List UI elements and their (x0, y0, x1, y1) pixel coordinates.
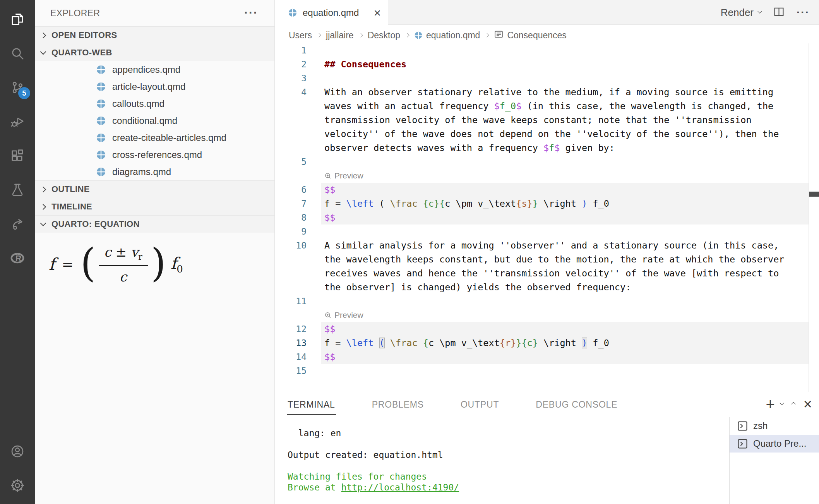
chevron-down-icon (40, 220, 46, 226)
line-number: 2 (275, 57, 321, 71)
line-number: 9 (275, 225, 321, 238)
file-label: conditional.qmd (112, 115, 177, 126)
split-editor-icon[interactable] (773, 6, 785, 19)
terminal-session-quarto-pre-[interactable]: Quarto Pre... (730, 435, 819, 453)
line-content (321, 225, 809, 238)
line-content (321, 155, 809, 169)
account-icon[interactable] (0, 434, 35, 468)
code-line: 12$$ (275, 322, 819, 336)
file-item-article-layout-qmd[interactable]: article-layout.qmd (35, 78, 274, 95)
terminal-line: Watching files for changes (288, 471, 459, 482)
settings-icon[interactable] (0, 468, 35, 502)
line-number (275, 266, 321, 280)
quarto-file-icon (96, 133, 106, 143)
line-content: f = \left ( \frac {c \pm v_\text{r}}{c} … (321, 336, 809, 350)
file-label: callouts.qmd (112, 98, 164, 109)
render-button[interactable]: Render (721, 7, 761, 19)
preview-codelens[interactable]: Preview (324, 169, 363, 183)
terminal-dropdown-icon[interactable] (780, 401, 784, 405)
breadcrumb-equation-qmd[interactable]: equation.qmd (414, 30, 480, 41)
tab-equation-qmd[interactable]: equation.qmd × (275, 0, 388, 25)
terminal-link[interactable]: http://localhost:4190/ (341, 482, 459, 492)
line-number (275, 252, 321, 266)
codelens-row: Preview (275, 308, 819, 322)
terminal-prompt-icon (737, 421, 748, 431)
code-line: 4With an observer stationary relative to… (275, 85, 819, 99)
panel-tab-terminal[interactable]: TERMINAL (288, 399, 335, 410)
line-content (321, 294, 809, 308)
files-icon[interactable] (0, 2, 35, 36)
panel-tab-output[interactable]: OUTPUT (461, 399, 499, 410)
line-number (275, 141, 321, 155)
breadcrumb-users[interactable]: Users (289, 30, 312, 41)
line-content: With an observer stationary relative to … (321, 85, 809, 99)
line-number (275, 280, 321, 294)
breadcrumb-label: jjallaire (326, 30, 354, 41)
terminal-session-zsh[interactable]: zsh (730, 417, 819, 435)
sidebar-more-actions-icon[interactable]: ··· (244, 6, 258, 19)
symbol-icon (494, 29, 504, 41)
breadcrumb-consequences[interactable]: Consequences (494, 29, 566, 41)
code-line: 15 (275, 364, 819, 378)
file-label: appendices.qmd (112, 64, 180, 75)
quarto-preview-icon[interactable] (0, 207, 35, 241)
file-item-conditional-qmd[interactable]: conditional.qmd (35, 112, 274, 129)
new-terminal-icon[interactable]: + (766, 396, 774, 412)
line-content: receives waves and hence the ''transmiss… (321, 266, 809, 280)
run-debug-icon[interactable] (0, 105, 35, 139)
breadcrumb-desktop[interactable]: Desktop (368, 30, 400, 41)
line-number: 4 (275, 85, 321, 99)
panel-tab-debug-console[interactable]: DEBUG CONSOLE (536, 399, 617, 410)
panel-tab-problems[interactable]: PROBLEMS (372, 399, 424, 410)
r-lang-icon[interactable]: R (0, 241, 35, 275)
panel-tab-bar: TERMINALPROBLEMSOUTPUTDEBUG CONSOLE (288, 392, 617, 417)
line-content (321, 71, 809, 85)
line-content: transmission velocity of the wave keeps … (321, 113, 809, 127)
file-item-cross-references-qmd[interactable]: cross-references.qmd (35, 146, 274, 163)
source-control-icon[interactable]: 5 (0, 70, 35, 105)
file-item-create-citeable-articles-qmd[interactable]: create-citeable-articles.qmd (35, 129, 274, 146)
file-item-callouts-qmd[interactable]: callouts.qmd (35, 95, 274, 112)
line-number: 13 (275, 336, 321, 350)
code-line: 3 (275, 71, 819, 85)
section-outline[interactable]: OUTLINE (35, 180, 274, 198)
breadcrumb-label: Users (289, 30, 312, 41)
search-icon[interactable] (0, 36, 35, 70)
code-line: 10A similar analysis for a moving ''obse… (275, 238, 819, 252)
svg-text:R: R (15, 254, 22, 263)
line-number: 14 (275, 350, 321, 364)
section-open-editors[interactable]: OPEN EDITORS (35, 26, 274, 44)
editor-more-actions-icon[interactable]: ··· (797, 6, 810, 19)
line-content: velocity'' of the wave does not depend o… (321, 127, 809, 141)
line-content: the wavelength keeps constant, but due t… (321, 252, 809, 266)
file-item-appendices-qmd[interactable]: appendices.qmd (35, 61, 274, 78)
line-content: A similar analysis for a moving ''observ… (321, 238, 809, 252)
terminal-prompt-icon (737, 439, 748, 449)
editor-group: equation.qmd × Render ··· Usersjjallaire… (275, 0, 819, 504)
section-timeline[interactable]: TIMELINE (35, 198, 274, 215)
editor[interactable]: 12## Consequences34With an observer stat… (275, 43, 819, 392)
panel-close-icon[interactable]: × (804, 397, 812, 411)
breadcrumb-jjallaire[interactable]: jjallaire (326, 30, 354, 41)
close-tab-icon[interactable]: × (374, 7, 381, 19)
line-content: waves with an actual frequency $f_0$ (in… (321, 99, 809, 113)
breadcrumb-separator-icon (405, 33, 409, 37)
file-item-diagrams-qmd[interactable]: diagrams.qmd (35, 163, 274, 180)
preview-codelens[interactable]: Preview (324, 308, 363, 322)
section-quarto-equation[interactable]: QUARTO: EQUATION (35, 215, 274, 233)
render-label: Render (721, 7, 754, 19)
line-number (275, 113, 321, 127)
vscode-window: 5R EXPLORER ··· OPEN EDITORS QUARTO-WEB … (0, 0, 819, 504)
section-quarto-web[interactable]: QUARTO-WEB (35, 44, 274, 61)
panel-maximize-icon[interactable] (791, 402, 795, 406)
sidebar-title-row: EXPLORER ··· (35, 0, 274, 26)
quarto-file-icon (96, 150, 106, 160)
quarto-file-icon (414, 31, 423, 39)
testing-icon[interactable] (0, 173, 35, 207)
chevron-down-icon (757, 9, 762, 14)
codelens-content: Preview (321, 169, 809, 183)
editor-right-border (809, 43, 809, 392)
line-content (321, 43, 809, 57)
terminal-output[interactable]: lang: en Output created: equation.html W… (288, 428, 459, 493)
extensions-icon[interactable] (0, 139, 35, 173)
